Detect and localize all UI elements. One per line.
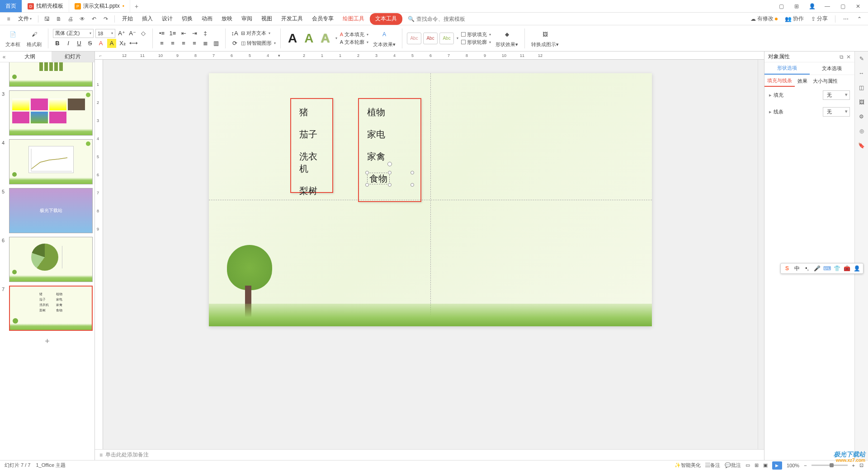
shape-effect-button[interactable]: ◆ 形状效果▾ — [494, 27, 520, 49]
align-right-icon[interactable]: ≡ — [179, 39, 188, 48]
tab-home[interactable]: 首页 — [0, 0, 22, 12]
indent-inc-icon[interactable]: ⇥ — [190, 29, 199, 38]
indent-dec-icon[interactable]: ⇤ — [179, 29, 188, 38]
save-icon[interactable]: 🖫 — [42, 14, 52, 24]
rotate-handle[interactable] — [387, 162, 392, 166]
menu-design[interactable]: 设计 — [158, 13, 176, 25]
selected-text-item[interactable]: 食物 — [367, 173, 412, 185]
subtab-fill-line[interactable]: 填充与线条 — [764, 75, 795, 87]
view-sorter-icon[interactable]: ⊞ — [755, 462, 759, 468]
numbering-icon[interactable]: 1≡ — [168, 29, 177, 38]
tab-document[interactable]: P 演示文稿1.pptx — [69, 0, 130, 12]
close-icon[interactable]: ✕ — [846, 54, 851, 60]
menu-text-tool[interactable]: 文本工具 — [370, 13, 402, 25]
text-effect-button[interactable]: A 文本效果▾ — [371, 27, 397, 49]
tab-templates[interactable]: D 找稻壳模板 — [22, 0, 69, 12]
add-slide-button[interactable]: + — [2, 334, 93, 348]
menu-transition[interactable]: 切换 — [178, 13, 196, 25]
caret-icon[interactable]: ▸ — [769, 109, 772, 114]
menu-animation[interactable]: 动画 — [198, 13, 216, 25]
text-direction-icon[interactable]: ↕A — [230, 29, 239, 38]
convert-pic-button[interactable]: 🖼 转换成图示▾ — [529, 27, 561, 49]
align-center-icon[interactable]: ≡ — [168, 39, 177, 48]
cloud-pending[interactable]: ☁有修改 — [749, 15, 779, 23]
resize-handle[interactable] — [410, 183, 414, 187]
resize-handle[interactable] — [365, 183, 369, 187]
slide-thumb[interactable]: 极光下载站 — [9, 188, 93, 233]
saveas-icon[interactable]: 🗎 — [54, 14, 64, 24]
tab-slides[interactable]: 幻灯片 — [52, 52, 95, 62]
group-format-painter[interactable]: 🖌 格式刷 — [25, 27, 43, 49]
tab-text-options[interactable]: 文本选项 — [810, 62, 855, 75]
align-justify-icon[interactable]: ≡ — [190, 39, 199, 48]
resize-handle[interactable] — [388, 183, 392, 187]
text-fill-button[interactable]: A文本填充▾ — [340, 31, 368, 38]
ime-skin-icon[interactable]: 👕 — [833, 265, 840, 272]
preview-icon[interactable]: 👁 — [77, 14, 87, 24]
thumb-row[interactable]: 5 极光下载站 — [2, 188, 93, 233]
ime-user-icon[interactable]: 👤 — [853, 265, 860, 272]
resize-handle[interactable] — [365, 171, 369, 174]
shape-style-2[interactable]: Abc — [423, 33, 438, 44]
menu-member[interactable]: 会员专享 — [308, 13, 337, 25]
view-normal-icon[interactable]: ▭ — [745, 462, 750, 468]
notes-toggle[interactable]: ▤备注 — [705, 462, 720, 469]
menu-start[interactable]: 开始 — [118, 13, 137, 25]
image-icon[interactable]: 🖼 — [857, 98, 866, 107]
wordart-style-1[interactable]: A — [285, 31, 300, 46]
close-icon[interactable]: ✕ — [853, 1, 863, 12]
textbox-1[interactable]: 猪 茄子 洗衣机 梨树 — [290, 98, 333, 193]
char-spacing-icon[interactable]: ⟷ — [129, 39, 138, 48]
chevron-up-icon[interactable]: ⌃ — [854, 14, 864, 24]
shape-style-3[interactable]: Abc — [439, 33, 454, 44]
ime-lang[interactable]: 中 — [793, 265, 801, 272]
user-icon[interactable]: 👤 — [807, 1, 817, 12]
thumb-row[interactable]: 6 — [2, 237, 93, 282]
ime-toolbox-icon[interactable]: 🧰 — [843, 265, 850, 272]
beautify-button[interactable]: ✨智能美化 — [675, 462, 701, 469]
highlight-icon[interactable]: A — [107, 39, 116, 48]
redo-icon[interactable]: ↷ — [101, 14, 111, 24]
menu-draw-tool[interactable]: 绘图工具 — [339, 13, 368, 25]
subtab-size[interactable]: 大小与属性 — [810, 75, 840, 87]
increase-font-icon[interactable]: A⁺ — [117, 29, 126, 38]
minimize-icon[interactable]: — — [822, 1, 833, 12]
print-icon[interactable]: 🖨 — [66, 14, 75, 24]
shape-style-1[interactable]: Abc — [407, 33, 421, 44]
decrease-font-icon[interactable]: A⁻ — [128, 29, 137, 38]
menu-hamburger-icon[interactable]: ≡ — [4, 14, 14, 24]
font-size-select[interactable]: 18▾ — [95, 29, 115, 38]
collapse-icon[interactable]: « — [0, 52, 8, 62]
wordart-style-2[interactable]: A — [302, 31, 316, 46]
align-left-icon[interactable]: ≡ — [157, 39, 166, 48]
tab-shape-options[interactable]: 形状选项 — [764, 62, 810, 75]
more-icon[interactable]: ⋯ — [841, 14, 851, 24]
collab-button[interactable]: 👥协作 — [783, 15, 806, 23]
thumb-row[interactable]: 4 — [2, 139, 93, 184]
fill-select[interactable]: 无 — [823, 90, 850, 100]
zoom-thumb[interactable] — [830, 463, 834, 467]
bookmark-icon[interactable]: 🔖 — [857, 141, 866, 150]
italic-icon[interactable]: I — [64, 39, 73, 48]
command-search[interactable]: 🔍 — [404, 16, 474, 22]
font-color-icon[interactable]: A — [96, 39, 105, 48]
font-name-select[interactable]: 黑体 (正文)▾ — [53, 29, 94, 38]
resize-handle[interactable] — [388, 171, 392, 174]
menu-view[interactable]: 视图 — [258, 13, 276, 25]
tab-add[interactable]: + — [130, 0, 143, 12]
location-icon[interactable]: ◎ — [857, 127, 866, 136]
ime-keyboard-icon[interactable]: ⌨ — [823, 265, 830, 272]
wordart-style-3[interactable]: A — [318, 31, 332, 46]
textbox-2[interactable]: 植物 家电 家禽 食物 — [358, 98, 421, 202]
tab-outline[interactable]: 大纲 — [8, 52, 52, 62]
bullets-icon[interactable]: •≡ — [157, 29, 166, 38]
slide-thumb[interactable] — [9, 139, 93, 184]
menu-devtools[interactable]: 开发工具 — [278, 13, 307, 25]
line-select[interactable]: 无 — [823, 107, 850, 117]
resize-handle[interactable] — [410, 171, 414, 174]
thumb-row[interactable]: 7 猪茄子洗衣机梨树 植物家电家禽食物 — [2, 286, 93, 331]
notes-bar[interactable]: ≡ 单击此处添加备注 — [95, 449, 764, 460]
canvas-area[interactable]: 猪 茄子 洗衣机 梨树 植物 家电 家禽 — [103, 60, 758, 449]
setting-icon[interactable]: ⚙ — [857, 112, 866, 121]
ime-punct-icon[interactable]: •, — [803, 265, 811, 272]
